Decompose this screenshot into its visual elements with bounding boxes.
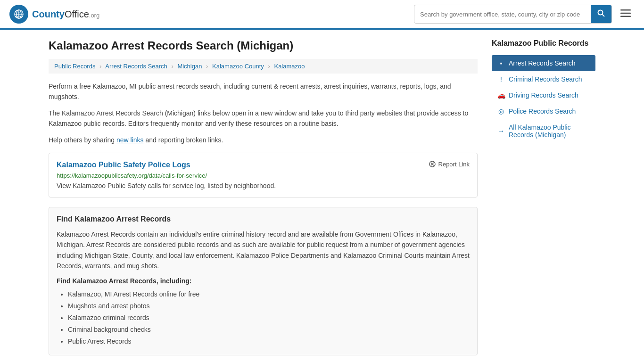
link-desc: View Kalamazoo Public Safety calls for s… (57, 182, 470, 189)
main-container: Kalamazoo Arrest Records Search (Michiga… (39, 30, 605, 362)
find-section-body: Kalamazoo Arrest Records contain an indi… (57, 229, 470, 272)
breadcrumb-kalamazoo[interactable]: Kalamazoo (274, 63, 305, 70)
sidebar-label-arrest-records-search: Arrest Records Search (509, 59, 576, 67)
report-icon (429, 161, 436, 167)
breadcrumb-kalamazoo-county[interactable]: Kalamazoo County (212, 63, 264, 70)
find-section-list: Kalamazoo, MI Arrest Records online for … (57, 288, 470, 348)
svg-point-5 (598, 10, 603, 15)
description-2: The Kalamazoo Arrest Records Search (Mic… (49, 108, 478, 129)
site-header: CountyOffice.org (0, 0, 644, 30)
sidebar-icon-criminal-records-search: ! (497, 75, 505, 83)
arrow-right-icon: → (497, 127, 505, 135)
search-input[interactable] (414, 7, 591, 22)
svg-rect-9 (620, 16, 631, 17)
sidebar-all-link[interactable]: → All Kalamazoo Public Records (Michigan… (492, 119, 595, 143)
sidebar-item-driving-records-search[interactable]: 🚗 Driving Records Search (492, 87, 595, 103)
report-link-button[interactable]: Report Link (429, 161, 470, 168)
description-1: Perform a free Kalamazoo, MI public arre… (49, 81, 478, 102)
list-item: Criminal background checks (68, 324, 470, 336)
sidebar-label-driving-records-search: Driving Records Search (509, 91, 578, 99)
sidebar-item-arrest-records-search[interactable]: ▪ Arrest Records Search (492, 55, 595, 71)
link-card-header: Kalamazoo Public Safety Police Logs Repo… (57, 161, 470, 169)
sidebar: Kalamazoo Public Records ▪ Arrest Record… (492, 39, 595, 355)
menu-button[interactable] (617, 6, 635, 22)
content-area: Kalamazoo Arrest Records Search (Michiga… (49, 39, 478, 355)
logo-icon (9, 5, 28, 24)
sidebar-item-police-records-search[interactable]: ◎ Police Records Search (492, 103, 595, 119)
search-button[interactable] (591, 5, 611, 23)
logo-text: CountyOffice.org (32, 9, 99, 20)
sidebar-item-criminal-records-search[interactable]: ! Criminal Records Search (492, 71, 595, 87)
svg-line-6 (603, 15, 605, 17)
breadcrumb-public-records[interactable]: Public Records (54, 63, 95, 70)
link-card-title[interactable]: Kalamazoo Public Safety Police Logs (57, 161, 190, 169)
svg-rect-7 (620, 9, 631, 11)
breadcrumb: Public Records › Arrest Records Search ›… (49, 59, 478, 74)
find-section-heading: Find Kalamazoo Arrest Records (57, 215, 470, 223)
find-section: Find Kalamazoo Arrest Records Kalamazoo … (49, 207, 478, 356)
list-item: Public Arrest Records (68, 336, 470, 347)
link-card: Kalamazoo Public Safety Police Logs Repo… (49, 153, 478, 197)
logo-area: CountyOffice.org (9, 5, 99, 24)
link-url[interactable]: https://kalamazoopublicsafety.org/data/c… (57, 172, 470, 179)
svg-rect-8 (620, 13, 631, 14)
list-item: Mugshots and arrest photos (68, 300, 470, 312)
new-links-link[interactable]: new links (116, 136, 144, 144)
search-bar (414, 5, 612, 24)
breadcrumb-arrest-records[interactable]: Arrest Records Search (105, 63, 167, 70)
list-item: Kalamazoo criminal records (68, 312, 470, 324)
list-item: Kalamazoo, MI Arrest Records online for … (68, 288, 470, 300)
sidebar-icon-driving-records-search: 🚗 (497, 91, 505, 99)
page-title: Kalamazoo Arrest Records Search (Michiga… (49, 39, 478, 52)
breadcrumb-michigan[interactable]: Michigan (177, 63, 202, 70)
find-section-list-heading: Find Kalamazoo Arrest Records, including… (57, 277, 470, 285)
sidebar-all-label: All Kalamazoo Public Records (Michigan) (509, 123, 590, 139)
sidebar-title: Kalamazoo Public Records (492, 39, 595, 50)
sidebar-label-criminal-records-search: Criminal Records Search (509, 75, 582, 83)
description-3: Help others by sharing new links and rep… (49, 135, 478, 145)
sidebar-nav: ▪ Arrest Records Search ! Criminal Recor… (492, 55, 595, 119)
sidebar-label-police-records-search: Police Records Search (509, 107, 576, 115)
sidebar-icon-police-records-search: ◎ (497, 107, 505, 115)
header-right (414, 5, 635, 24)
sidebar-icon-arrest-records-search: ▪ (497, 59, 505, 67)
